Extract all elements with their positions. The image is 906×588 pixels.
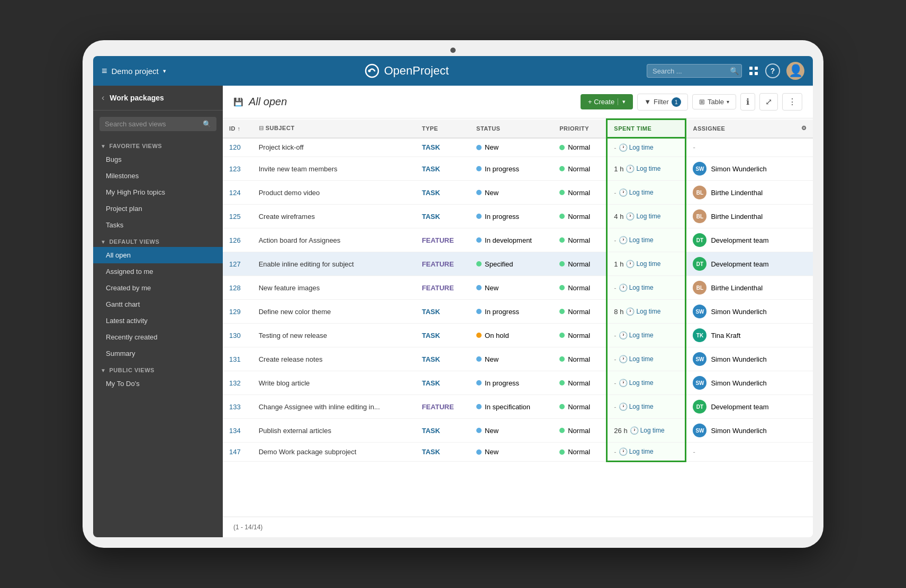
subject-cell[interactable]: Demo Work package subproject — [252, 443, 415, 462]
sidebar-search-input[interactable] — [105, 120, 198, 128]
sidebar-item-milestones[interactable]: Milestones — [93, 168, 223, 184]
id-cell[interactable]: 129 — [223, 300, 252, 324]
sidebar-item-high-prio[interactable]: My High Prio topics — [93, 184, 223, 200]
sidebar-item-latest-activity[interactable]: Latest activity — [93, 313, 223, 329]
table-view-button[interactable]: ⊞ Table ▾ — [692, 94, 736, 109]
global-search-input[interactable] — [653, 67, 727, 75]
id-cell[interactable]: 131 — [223, 347, 252, 371]
help-button[interactable]: ? — [765, 63, 780, 78]
log-time-link[interactable]: 🕐 Log time — [626, 307, 660, 316]
id-cell[interactable]: 147 — [223, 443, 252, 462]
log-time-link[interactable]: 🕐 Log time — [619, 143, 654, 152]
id-cell[interactable]: 134 — [223, 419, 252, 443]
sidebar-item-bugs[interactable]: Bugs — [93, 151, 223, 168]
table-row: 130 Testing of new release TASK On hold … — [223, 324, 813, 347]
default-section-chevron-icon[interactable]: ▼ — [101, 239, 106, 245]
log-time-icon: 🕐 — [619, 355, 628, 363]
sidebar-item-assigned-to-me[interactable]: Assigned to me — [93, 263, 223, 280]
hamburger-menu-icon[interactable]: ≡ — [102, 66, 107, 77]
subject-cell[interactable]: Create release notes — [252, 347, 415, 371]
public-section-chevron-icon[interactable]: ▼ — [101, 368, 106, 373]
sidebar-search-box[interactable]: 🔍 — [99, 117, 216, 131]
subject-cell[interactable]: Project kick-off — [252, 138, 415, 157]
id-cell[interactable]: 132 — [223, 371, 252, 395]
assignee-td: - — [686, 443, 795, 462]
id-cell[interactable]: 123 — [223, 157, 252, 181]
log-time-link[interactable]: 🕐 Log time — [626, 212, 660, 221]
sidebar-back-button[interactable]: ‹ — [102, 93, 104, 103]
type-badge: TASK — [422, 189, 440, 197]
sidebar-item-my-todos[interactable]: My To Do's — [93, 375, 223, 392]
log-time-link[interactable]: 🕐 Log time — [619, 379, 654, 387]
subject-cell[interactable]: Invite new team members — [252, 157, 415, 181]
id-cell[interactable]: 128 — [223, 276, 252, 300]
subject-cell[interactable]: Product demo video — [252, 181, 415, 205]
id-cell[interactable]: 126 — [223, 228, 252, 252]
filter-button[interactable]: ▼ Filter 1 — [637, 94, 688, 111]
subject-cell[interactable]: Enable inline editing for subject — [252, 252, 415, 276]
assignee-name: Simon Wunderlich — [711, 355, 766, 363]
spent-time-value: - 🕐 Log time — [614, 355, 678, 363]
col-header-id[interactable]: ID ↑ — [223, 120, 252, 138]
subject-cell[interactable]: Testing of new release — [252, 324, 415, 347]
subject-cell[interactable]: New feature images — [252, 276, 415, 300]
log-time-link[interactable]: 🕐 Log time — [619, 236, 654, 244]
log-time-link[interactable]: 🕐 Log time — [619, 188, 654, 197]
col-header-assignee[interactable]: ASSIGNEE — [686, 120, 795, 138]
sidebar-item-recently-created[interactable]: Recently created — [93, 329, 223, 345]
sidebar-item-summary[interactable]: Summary — [93, 345, 223, 362]
id-cell[interactable]: 127 — [223, 252, 252, 276]
subject-cell[interactable]: Define new color theme — [252, 300, 415, 324]
col-header-subject[interactable]: ⊟ SUBJECT — [252, 120, 415, 138]
status-cell: New — [470, 138, 553, 157]
subject-cell[interactable]: Publish external articles — [252, 419, 415, 443]
id-cell[interactable]: 130 — [223, 324, 252, 347]
project-name[interactable]: Demo project — [112, 67, 159, 76]
column-settings-icon[interactable]: ⚙ — [801, 125, 807, 131]
log-time-link[interactable]: 🕐 Log time — [619, 447, 654, 456]
subject-cell[interactable]: Create wireframes — [252, 205, 415, 228]
log-time-icon: 🕐 — [630, 426, 639, 435]
table-header-row: ID ↑ ⊟ SUBJECT TYPE STATUS PRIORITY SPEN… — [223, 120, 813, 138]
subject-cell[interactable]: Change Assignee with inline editing in..… — [252, 395, 415, 419]
grid-menu-button[interactable] — [748, 66, 759, 76]
col-header-priority[interactable]: PRIORITY — [553, 120, 607, 138]
col-header-spent-time[interactable]: SPENT TIME — [607, 120, 686, 138]
assignee-name: Simon Wunderlich — [711, 427, 766, 435]
priority-dot — [559, 145, 565, 150]
sidebar-item-project-plan[interactable]: Project plan — [93, 200, 223, 217]
sidebar-item-created-by-me[interactable]: Created by me — [93, 280, 223, 296]
global-search-box[interactable]: 🔍 — [647, 64, 742, 78]
sidebar-item-tasks[interactable]: Tasks — [93, 217, 223, 233]
more-options-button[interactable]: ⋮ — [782, 93, 802, 111]
log-time-link[interactable]: 🕐 Log time — [626, 164, 660, 173]
sidebar-item-all-open[interactable]: All open — [93, 247, 223, 263]
id-cell[interactable]: 133 — [223, 395, 252, 419]
fullscreen-button[interactable]: ⤢ — [759, 93, 778, 111]
id-cell[interactable]: 125 — [223, 205, 252, 228]
favorite-section-chevron-icon[interactable]: ▼ — [101, 143, 106, 149]
sidebar-item-gantt-chart[interactable]: Gantt chart — [93, 296, 223, 313]
col-header-settings[interactable]: ⚙ — [795, 120, 813, 138]
log-time-link[interactable]: 🕐 Log time — [619, 331, 654, 339]
info-button[interactable]: ℹ — [740, 93, 755, 111]
id-cell[interactable]: 124 — [223, 181, 252, 205]
user-avatar[interactable]: 👤 — [786, 62, 804, 80]
log-time-link[interactable]: 🕐 Log time — [630, 426, 665, 435]
col-header-type[interactable]: TYPE — [415, 120, 470, 138]
log-time-link[interactable]: 🕐 Log time — [619, 283, 654, 292]
log-time-link[interactable]: 🕐 Log time — [619, 402, 654, 411]
id-cell[interactable]: 120 — [223, 138, 252, 157]
svg-rect-3 — [755, 67, 758, 70]
create-dropdown-arrow[interactable]: ▾ — [618, 98, 626, 105]
col-header-status[interactable]: STATUS — [470, 120, 553, 138]
subject-cell[interactable]: Write blog article — [252, 371, 415, 395]
save-view-icon[interactable]: 💾 — [233, 97, 243, 107]
table-container: ID ↑ ⊟ SUBJECT TYPE STATUS PRIORITY SPEN… — [223, 118, 813, 517]
log-time-link[interactable]: 🕐 Log time — [626, 260, 660, 268]
priority-text: Normal — [568, 308, 590, 316]
subject-cell[interactable]: Action board for Assignees — [252, 228, 415, 252]
log-time-link[interactable]: 🕐 Log time — [619, 355, 654, 363]
create-button[interactable]: + Create ▾ — [581, 94, 633, 109]
assignee-td: DT Development team — [686, 395, 795, 419]
